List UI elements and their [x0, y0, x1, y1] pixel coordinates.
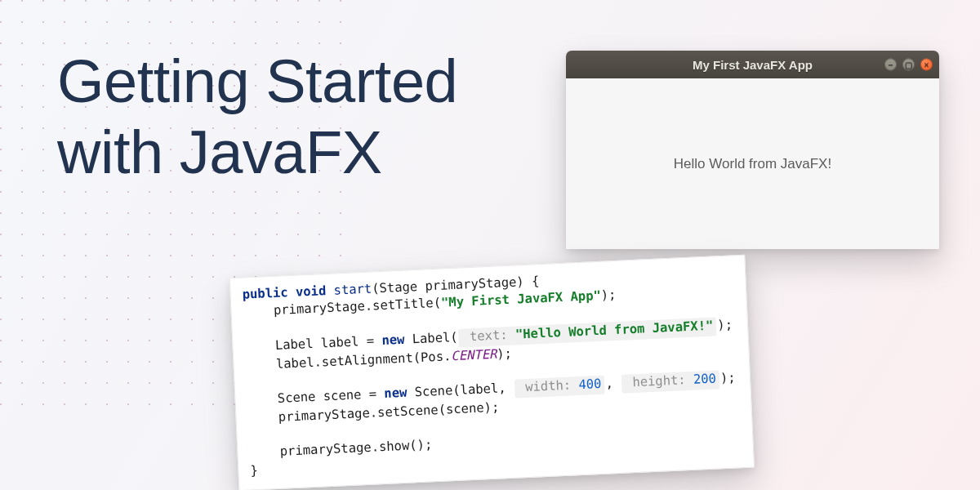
minimize-icon[interactable]: –	[884, 59, 897, 71]
sample-app-window: My First JavaFX App – ▢ × Hello World fr…	[566, 51, 939, 249]
code-hint-width-name: width:	[525, 378, 572, 395]
code-l4-str: "Hello World from JavaFX!"	[515, 318, 714, 342]
code-l4-tail: );	[717, 318, 733, 333]
title-line-2: with JavaFX	[57, 118, 382, 186]
code-l2-tail: );	[600, 287, 616, 303]
code-hint-text-name: text:	[470, 327, 508, 344]
code-l4-head: Label label =	[244, 333, 382, 354]
title-line-1: Getting Started	[57, 47, 457, 115]
window-body: Hello World from JavaFX!	[566, 78, 939, 249]
code-hint-text: text: "Hello World from JavaFX!"	[458, 318, 717, 348]
code-snippet: public void start(Stage primaryStage) { …	[229, 255, 755, 490]
code-block: public void start(Stage primaryStage) { …	[242, 264, 742, 479]
code-l11: }	[250, 463, 258, 478]
code-hint-height: height: 200	[621, 371, 720, 394]
code-hint-width-val: 400	[571, 376, 602, 393]
code-l7-tail: );	[720, 371, 736, 386]
code-l5-tail: );	[497, 345, 512, 361]
code-kw-void: void	[296, 283, 327, 300]
close-icon[interactable]: ×	[920, 59, 933, 71]
code-hint-width: width: 400	[514, 376, 605, 398]
code-kw-new2: new	[384, 385, 408, 401]
page-title: Getting Started with JavaFX	[57, 46, 457, 189]
code-l7-comma: ,	[605, 376, 621, 391]
window-title: My First JavaFX App	[566, 58, 939, 72]
code-l7-ctor: Scene(label,	[407, 381, 514, 400]
code-hint-height-val: 200	[685, 372, 716, 388]
code-method-name: start	[333, 282, 372, 298]
code-l5-enum: CENTER	[451, 346, 497, 363]
maximize-icon[interactable]: ▢	[902, 59, 915, 71]
code-hint-height-name: height:	[632, 372, 686, 390]
window-titlebar: My First JavaFX App – ▢ ×	[566, 51, 939, 78]
code-kw-public: public	[242, 285, 288, 302]
code-l10: primaryStage.show();	[249, 438, 433, 461]
code-l7-head: Scene scene =	[247, 386, 385, 408]
code-kw-new1: new	[381, 332, 405, 348]
window-controls: – ▢ ×	[884, 59, 933, 71]
code-l4-ctor: Label(	[404, 330, 458, 347]
hello-label: Hello World from JavaFX!	[674, 156, 831, 172]
